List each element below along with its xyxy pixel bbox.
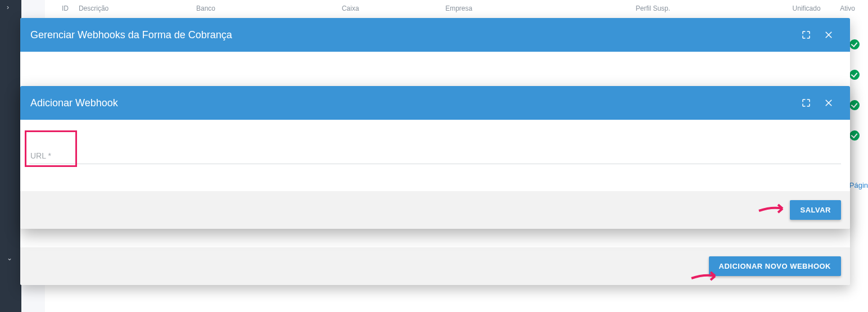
pagination-label: Págin bbox=[849, 181, 868, 189]
close-icon[interactable] bbox=[817, 24, 840, 46]
add-webhook-button[interactable]: ADICIONAR NOVO WEBHOOK bbox=[709, 256, 842, 276]
active-column-checks bbox=[849, 39, 860, 141]
modal-add-webhook: Adicionar Webhook SALVAR bbox=[20, 86, 850, 229]
check-icon bbox=[849, 100, 860, 110]
save-button[interactable]: SALVAR bbox=[790, 200, 841, 220]
modal-add-header: Adicionar Webhook bbox=[20, 86, 850, 120]
check-icon bbox=[849, 39, 860, 49]
close-icon[interactable] bbox=[817, 92, 840, 114]
col-ativo: Ativo bbox=[840, 4, 868, 12]
modal-manage-footer: ADICIONAR NOVO WEBHOOK bbox=[20, 247, 850, 285]
col-perfilsusp: Perfil Susp. bbox=[636, 4, 793, 12]
modal-add-footer: SALVAR bbox=[20, 191, 850, 229]
table-header: ID Descrição Banco Caixa Empresa Perfil … bbox=[45, 0, 868, 17]
app-sidebar-collapsed: › ⌄ bbox=[0, 0, 21, 312]
check-icon bbox=[849, 130, 860, 141]
maximize-icon[interactable] bbox=[795, 92, 817, 114]
maximize-icon[interactable] bbox=[795, 24, 817, 46]
modal-manage-header: Gerenciar Webhooks da Forma de Cobrança bbox=[20, 18, 850, 52]
url-field bbox=[29, 148, 841, 164]
col-descricao: Descrição bbox=[79, 4, 196, 12]
modal-add-body bbox=[20, 120, 850, 191]
col-banco: Banco bbox=[196, 4, 342, 12]
col-caixa: Caixa bbox=[342, 4, 445, 12]
modal-manage-title: Gerenciar Webhooks da Forma de Cobrança bbox=[30, 29, 232, 41]
col-empresa: Empresa bbox=[445, 4, 636, 12]
col-id: ID bbox=[62, 4, 79, 12]
modal-manage-body bbox=[20, 52, 850, 84]
chevron-right-icon[interactable]: › bbox=[7, 3, 9, 11]
col-unificado: Unificado bbox=[793, 4, 840, 12]
modal-add-title: Adicionar Webhook bbox=[30, 97, 118, 109]
chevron-down-icon[interactable]: ⌄ bbox=[7, 254, 12, 262]
url-input[interactable] bbox=[29, 148, 841, 164]
check-icon bbox=[849, 70, 860, 80]
